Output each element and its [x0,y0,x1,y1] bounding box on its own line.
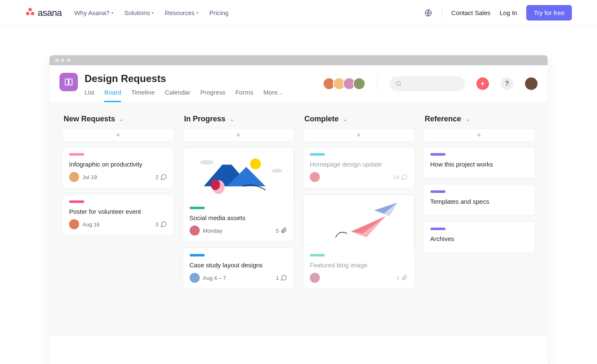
card-footer: 14 [310,172,408,182]
count: 14 [393,174,399,180]
nav-label: Why Asana? [74,9,109,16]
assignee-avatar[interactable] [310,172,320,182]
global-add-button[interactable] [476,77,489,90]
svg-point-1 [26,12,29,15]
logo-text: asana [38,8,62,18]
column-header[interactable]: Reference⌄ [423,115,535,123]
nav-why-asana[interactable]: Why Asana?▾ [74,9,113,16]
task-card[interactable]: How this project works [423,147,535,178]
search-input[interactable] [389,76,465,91]
task-card[interactable]: Case study layout designsAug 4 – 71 [183,248,295,289]
contact-sales-link[interactable]: Contact Sales [451,9,490,16]
tab-forms[interactable]: Forms [235,89,253,102]
add-card-button[interactable]: + [183,128,295,142]
card-tag [190,207,205,209]
card-footer-left: Monday [190,226,222,236]
card-footer: Aug 4 – 71 [190,273,288,283]
project-icon[interactable] [59,73,78,91]
try-free-button[interactable]: Try for free [526,5,572,21]
task-card[interactable]: Poster for volunteer eventAug 163 [62,194,174,236]
assignee-avatar[interactable] [190,226,200,236]
task-card[interactable]: Social media assetsMonday5 [183,147,295,242]
plus-icon [479,80,486,87]
column-title: In Progress [184,115,226,123]
card-title: Infographic on productivity [69,161,167,168]
assignee-avatar[interactable] [69,172,79,182]
chevron-down-icon: ⌄ [230,116,234,122]
logo-mark-icon [25,7,35,19]
card-footer-left: Jul 19 [69,172,97,182]
tab-list[interactable]: List [85,89,94,102]
card-footer-left: Aug 4 – 7 [190,273,226,283]
task-card[interactable]: Infographic on productivityJul 192 [62,147,174,188]
svg-rect-5 [69,79,72,85]
card-tag [69,200,84,203]
traffic-light-icon [61,59,64,62]
card-tag [430,190,445,193]
assignee-avatar[interactable] [310,273,320,283]
card-tag [310,254,325,256]
login-link[interactable]: Log In [499,9,517,16]
window-chrome [49,55,548,65]
column-header[interactable]: Complete⌄ [303,115,415,123]
count: 1 [276,275,279,281]
tab-more[interactable]: More... [263,89,283,102]
count: 3 [155,221,158,228]
tab-board[interactable]: Board [104,89,121,102]
attachment-count: 5 [276,227,287,234]
svg-point-6 [396,82,400,85]
task-card[interactable]: Homepage design update14 [303,147,415,188]
logo[interactable]: asana [25,7,62,19]
card-title: Featured blog image [310,261,408,269]
column-title: New Requests [64,115,115,123]
project-header-right: ? [325,73,538,91]
column-header[interactable]: New Requests⌄ [62,115,174,123]
column-header[interactable]: In Progress⌄ [183,115,295,123]
nav-pricing[interactable]: Pricing [209,9,229,16]
column-title: Complete [304,115,339,123]
assignee-avatar[interactable] [190,273,200,283]
card-footer: Monday5 [190,226,288,236]
chevron-down-icon: ⌄ [343,116,347,122]
comment-count: 14 [393,174,407,180]
chevron-down-icon: ▾ [152,10,154,15]
nav-label: Pricing [209,9,229,16]
svg-point-9 [271,169,282,173]
svg-point-0 [28,8,32,11]
column-title: Reference [425,115,461,123]
svg-point-10 [250,159,261,169]
add-card-button[interactable]: + [303,128,415,142]
card-tag [190,254,205,256]
tab-calendar[interactable]: Calendar [165,89,190,102]
project-members[interactable] [325,77,365,90]
project-title: Design Requests [85,73,283,85]
board-column: In Progress⌄+Social media assetsMonday5C… [183,115,295,295]
globe-icon[interactable] [424,9,432,17]
nav-resources[interactable]: Resources▾ [165,9,198,16]
chevron-down-icon: ⌄ [466,116,470,122]
card-tag [430,153,445,156]
nav-label: Solutions [124,9,150,16]
tab-timeline[interactable]: Timeline [131,89,154,102]
assignee-avatar[interactable] [69,219,79,229]
me-avatar[interactable] [525,77,538,90]
count: 3 [396,275,399,281]
task-card[interactable]: Featured blog image3 [303,194,415,289]
count: 5 [276,228,279,234]
due-date: Jul 19 [82,174,97,180]
divider [442,8,442,18]
project-tabs: List Board Timeline Calendar Progress Fo… [85,89,283,102]
card-title: Social media assets [190,214,288,221]
help-button[interactable]: ? [501,77,513,90]
board-column: Complete⌄+Homepage design update14Featur… [303,115,415,295]
add-card-button[interactable]: + [423,128,535,142]
task-card[interactable]: Archives [423,221,535,253]
add-card-button[interactable]: + [62,128,174,142]
tab-progress[interactable]: Progress [200,89,225,102]
due-date: Aug 16 [82,221,100,228]
card-footer: Aug 163 [69,219,167,229]
site-header: asana Why Asana?▾ Solutions▾ Resources▾ … [0,0,597,26]
board-column: New Requests⌄+Infographic on productivit… [62,115,174,241]
task-card[interactable]: Templates and specs [423,184,535,215]
nav-solutions[interactable]: Solutions▾ [124,9,154,16]
